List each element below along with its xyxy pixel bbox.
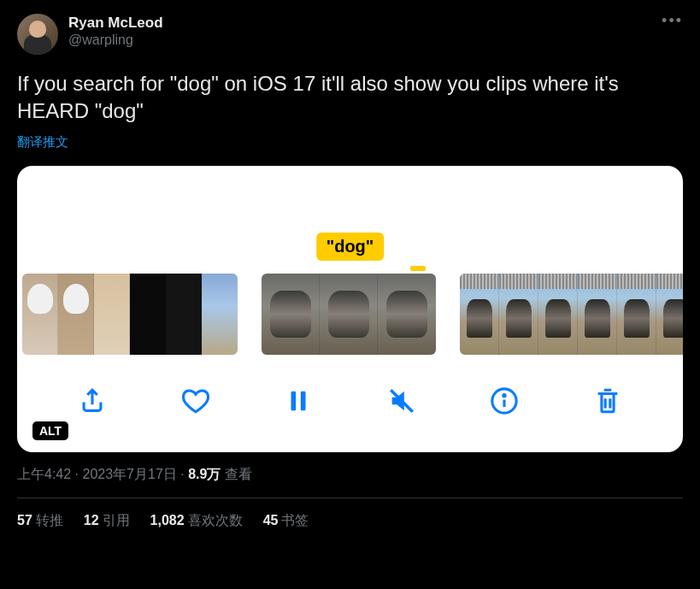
- avatar[interactable]: [17, 14, 58, 55]
- tweet-header: Ryan McLeod @warpling: [17, 14, 683, 55]
- media-controls: [17, 380, 683, 421]
- mute-icon[interactable]: [387, 386, 416, 415]
- views-count: 8.9万: [188, 467, 221, 481]
- handle: @warpling: [68, 32, 163, 49]
- display-name: Ryan McLeod: [68, 14, 163, 32]
- author-names[interactable]: Ryan McLeod @warpling: [68, 14, 163, 49]
- clip-thumbnail: [130, 274, 166, 355]
- views-label: 查看: [225, 467, 252, 481]
- stat-bookmarks[interactable]: 45书签: [263, 512, 309, 530]
- clip-thumbnail: [499, 274, 538, 355]
- trash-icon[interactable]: [593, 386, 622, 415]
- media-attachment[interactable]: "dog": [17, 166, 683, 452]
- stat-retweets[interactable]: 57转推: [17, 512, 63, 530]
- clip-thumbnail: [460, 274, 499, 355]
- tweet-meta: 上午4:42 · 2023年7月17日 · 8.9万 查看: [17, 466, 683, 484]
- tweet-date[interactable]: 2023年7月17日: [82, 467, 176, 481]
- tweet-container: ••• Ryan McLeod @warpling If you search …: [0, 0, 700, 544]
- clip-thumbnail: [320, 274, 378, 355]
- clip-thumbnail: [617, 274, 656, 355]
- heart-icon[interactable]: [181, 386, 210, 415]
- timeline-marker: [410, 266, 426, 271]
- more-options-icon[interactable]: •••: [662, 12, 683, 30]
- clip-thumbnail: [58, 274, 94, 355]
- clip-thumbnail: [378, 274, 436, 355]
- alt-badge[interactable]: ALT: [32, 421, 68, 440]
- tweet-time[interactable]: 上午4:42: [17, 467, 71, 481]
- clip-group-1[interactable]: [22, 274, 238, 355]
- share-icon[interactable]: [78, 386, 107, 415]
- stat-quotes[interactable]: 12引用: [84, 512, 130, 530]
- svg-rect-0: [291, 391, 297, 410]
- stat-likes[interactable]: 1,082喜欢次数: [150, 512, 243, 530]
- pause-icon[interactable]: [284, 386, 313, 415]
- tweet-stats: 57转推 12引用 1,082喜欢次数 45书签: [17, 498, 683, 530]
- svg-point-5: [503, 394, 505, 396]
- clip-group-2[interactable]: [262, 274, 436, 355]
- tweet-text: If you search for "dog" on iOS 17 it'll …: [17, 70, 683, 126]
- translate-link[interactable]: 翻译推文: [17, 134, 68, 150]
- clip-thumbnail: [166, 274, 202, 355]
- info-icon[interactable]: [490, 386, 519, 415]
- clip-thumbnail: [94, 274, 130, 355]
- clip-group-3[interactable]: [460, 274, 683, 355]
- clip-thumbnail: [202, 274, 238, 355]
- video-timeline[interactable]: [17, 274, 683, 355]
- search-term-highlight: "dog": [316, 233, 385, 261]
- clip-thumbnail: [262, 274, 320, 355]
- clip-thumbnail: [538, 274, 578, 355]
- clip-thumbnail: [22, 274, 58, 355]
- clip-thumbnail: [578, 274, 617, 355]
- clip-thumbnail: [656, 274, 683, 355]
- svg-rect-1: [301, 391, 306, 410]
